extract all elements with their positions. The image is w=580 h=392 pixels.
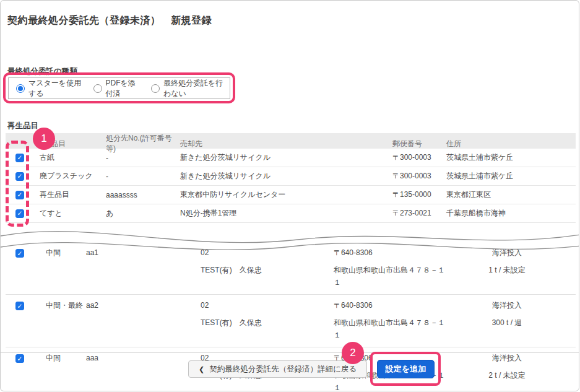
cell-buyer: 新きた処分茨城リサイクル xyxy=(180,171,392,181)
cell-capacity: 2 t / 未設定 xyxy=(445,369,569,381)
cell-address: 茨城県土浦市紫ケ丘 xyxy=(446,152,576,163)
radio-option-use-master[interactable]: マスターを使用する xyxy=(16,78,83,99)
cell-company-name: TEST(有) 久保忠 xyxy=(201,264,334,276)
cell-buyer: 新きた処分茨城リサイクル xyxy=(180,152,392,163)
cell-address: 和歌山県和歌山市出島４７８－１１ xyxy=(334,264,445,289)
radio-icon[interactable] xyxy=(16,84,25,93)
table-row: てすと あ N処分-携帯1管理 〒273-0021 千葉県船橋市海神 xyxy=(6,204,576,223)
disposal-type-radio-group: マスターを使用する PDFを添付済 最終処分委託を行わない xyxy=(8,77,230,99)
header-address: 住所 xyxy=(446,139,576,149)
radio-icon[interactable] xyxy=(151,84,160,93)
cell-process-type: 中間 xyxy=(35,352,86,391)
cell-address: 和歌山県和歌山市出島４７８－１１ xyxy=(334,316,445,341)
disposal-type-label: 最終処分委託の種類 xyxy=(7,66,77,77)
back-button[interactable]: ❮ 契約最終処分委託先（登録済）詳細に戻る xyxy=(188,360,367,378)
chevron-left-icon: ❮ xyxy=(199,365,204,373)
cell-postal-code: 〒273-0021 xyxy=(392,208,446,219)
footer-divider xyxy=(1,352,579,353)
cell-postal-code: 〒135-0000 xyxy=(392,189,446,200)
cell-address: 東京都江東区 xyxy=(446,189,576,200)
table-row: 廃プラスチック - 新きた処分茨城リサイクル 〒300-0003 茨城県土浦市紫… xyxy=(6,167,576,186)
cell-buyer: 東京都中防リサイクルセンター xyxy=(180,189,392,200)
recycled-items-label: 再生品目 xyxy=(7,121,38,131)
row-checkbox[interactable] xyxy=(15,191,24,199)
table-header-row: 品目 処分先No.(許可番号等) 売却先 郵便番号 住所 xyxy=(6,133,576,149)
cell-disposal-no: あ xyxy=(106,208,180,219)
cell-address: 千葉県船橋市海神 xyxy=(446,208,576,219)
radio-label: 最終処分委託を行わない xyxy=(163,78,230,99)
radio-option-pdf-attached[interactable]: PDFを添付済 xyxy=(93,78,141,99)
cell-disposal-no: aaaassss xyxy=(106,191,180,199)
cell-capacity: 1 t / 未設定 xyxy=(445,264,569,276)
table-row: 再生品目 aaaassss 東京都中防リサイクルセンター 〒135-0000 東… xyxy=(6,186,576,204)
cell-postal-code: 〒300-0003 xyxy=(392,171,446,181)
cell-disposal-method: 海洋投入 xyxy=(445,299,569,311)
cell-buyer: N処分-携帯1管理 xyxy=(180,208,392,219)
cell-disposal-no: - xyxy=(106,172,180,181)
cell-address: 茨城県土浦市紫ケ丘 xyxy=(446,171,576,181)
header-disposal-no: 処分先No.(許可番号等) xyxy=(106,133,180,154)
row-checkbox[interactable] xyxy=(15,154,24,162)
radio-option-no-final-disposal[interactable]: 最終処分委託を行わない xyxy=(151,78,230,99)
radio-label: マスターを使用する xyxy=(28,78,83,99)
row-checkbox[interactable] xyxy=(15,302,24,310)
back-button-label: 契約最終処分委託先（登録済）詳細に戻る xyxy=(209,364,357,375)
radio-icon[interactable] xyxy=(93,84,102,93)
cell-postal-code: 〒300-0003 xyxy=(392,152,446,163)
table-row: 中間・最終 aa2 02 TEST(有) 久保忠 〒640-8306 和歌山県和… xyxy=(6,295,576,347)
cell-disposal-method: 海洋投入 xyxy=(445,352,569,364)
row-checkbox[interactable] xyxy=(15,209,24,218)
header-item: 品目 xyxy=(35,139,106,149)
cell-capacity: 300 t / 週 xyxy=(445,316,569,329)
cell-location: 〒640-8306 和歌山県和歌山市出島４７８－１１ xyxy=(334,299,445,341)
cell-item: 廃プラスチック xyxy=(35,171,106,181)
row-checkbox[interactable] xyxy=(15,354,24,363)
page-title: 契約最終処分委託先（登録未済） 新規登録 xyxy=(7,14,212,27)
cell-company-name: TEST(有) 久保忠 xyxy=(201,316,334,329)
registration-page: 契約最終処分委託先（登録未済） 新規登録 最終処分委託の種類 マスターを使用する… xyxy=(0,0,579,391)
cell-method: 海洋投入 2 t / 未設定 xyxy=(445,352,569,391)
add-settings-button[interactable]: 設定を追加 xyxy=(377,360,435,378)
cell-company-code: 02 xyxy=(201,299,334,311)
radio-label: PDFを添付済 xyxy=(106,78,141,99)
header-postal-code: 郵便番号 xyxy=(392,139,446,149)
cell-disposal-no: - xyxy=(106,154,180,162)
cell-process-type: 中間・最終 xyxy=(35,299,86,341)
cell-no: aaa xyxy=(86,352,201,391)
cell-company: 02 TEST(有) 久保忠 xyxy=(201,299,334,341)
cell-item: 古紙 xyxy=(35,152,106,163)
recycled-items-table: 品目 処分先No.(許可番号等) 売却先 郵便番号 住所 古紙 - 新きた処分茨… xyxy=(6,133,576,223)
header-buyer: 売却先 xyxy=(180,139,392,149)
cell-item: 再生品目 xyxy=(35,189,106,200)
cell-no: aa2 xyxy=(86,299,201,341)
cell-method: 海洋投入 300 t / 週 xyxy=(445,299,569,341)
cell-item: てすと xyxy=(35,208,106,219)
row-checkbox[interactable] xyxy=(15,172,24,181)
cell-postal-code: 〒640-8306 xyxy=(334,299,445,311)
table-row: 古紙 - 新きた処分茨城リサイクル 〒300-0003 茨城県土浦市紫ケ丘 xyxy=(6,149,576,167)
wave-separator xyxy=(1,221,579,253)
